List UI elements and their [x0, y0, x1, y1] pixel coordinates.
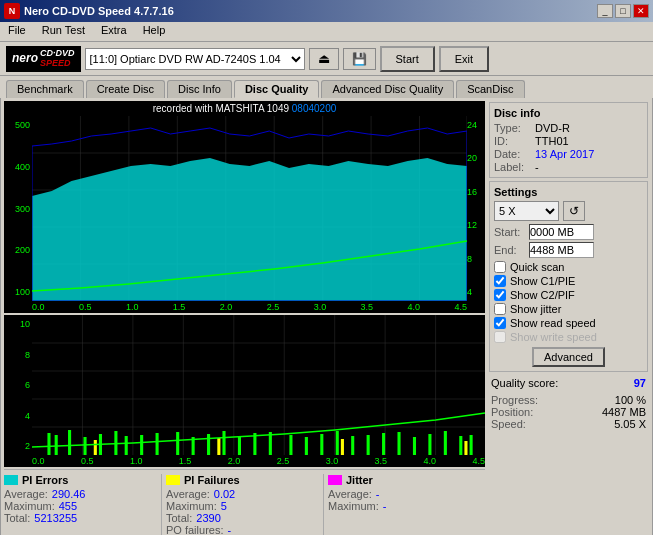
svg-rect-45 — [320, 434, 323, 455]
pi-errors-color — [4, 475, 18, 485]
maximize-button[interactable]: □ — [615, 4, 631, 18]
lower-left-y-axis: 10 8 6 4 2 — [4, 315, 32, 455]
settings-title: Settings — [494, 186, 643, 198]
jitter-group: Jitter Average: - Maximum: - — [328, 474, 481, 535]
menu-bar: File Run Test Extra Help — [0, 22, 653, 42]
save-button[interactable]: 💾 — [343, 48, 376, 70]
tab-benchmark[interactable]: Benchmark — [6, 80, 84, 98]
svg-rect-58 — [341, 439, 344, 455]
svg-rect-44 — [305, 437, 308, 455]
svg-rect-49 — [382, 433, 385, 455]
quick-scan-checkbox[interactable] — [494, 261, 506, 273]
speed-select[interactable]: 5 X Max 1 X 2 X 4 X 8 X — [494, 201, 559, 221]
upper-chart: 500 400 300 200 100 24 20 16 12 8 4 — [4, 116, 485, 301]
pi-failures-title: PI Failures — [184, 474, 240, 486]
upper-left-y-axis: 500 400 300 200 100 — [4, 116, 32, 301]
toolbar: nero CD·DVDSPEED [11:0] Optiarc DVD RW A… — [0, 42, 653, 76]
svg-rect-36 — [176, 432, 179, 455]
svg-rect-57 — [217, 438, 220, 455]
svg-rect-38 — [207, 434, 210, 455]
svg-rect-50 — [397, 432, 400, 455]
close-button[interactable]: ✕ — [633, 4, 649, 18]
chart-container: recorded with MATSHITA 1049 08040200 500… — [1, 98, 487, 535]
refresh-button[interactable]: ↺ — [563, 201, 585, 221]
svg-rect-55 — [470, 435, 473, 455]
svg-rect-27 — [47, 433, 50, 455]
title-bar-left: N Nero CD-DVD Speed 4.7.7.16 — [4, 3, 174, 19]
menu-help[interactable]: Help — [139, 24, 170, 39]
chart-title: recorded with MATSHITA 1049 08040200 — [4, 101, 485, 116]
svg-rect-52 — [428, 434, 431, 455]
svg-rect-35 — [156, 433, 159, 455]
svg-rect-46 — [336, 431, 339, 455]
main-area: recorded with MATSHITA 1049 08040200 500… — [0, 98, 653, 535]
pi-errors-title: PI Errors — [22, 474, 68, 486]
eject-button[interactable]: ⏏ — [309, 48, 339, 70]
menu-file[interactable]: File — [4, 24, 30, 39]
svg-rect-40 — [238, 436, 241, 455]
settings-section: Settings 5 X Max 1 X 2 X 4 X 8 X ↺ Start… — [489, 181, 648, 372]
stats-bar: PI Errors Average: 290.46 Maximum: 455 T… — [4, 469, 485, 535]
tab-disc-quality[interactable]: Disc Quality — [234, 80, 320, 98]
svg-rect-28 — [55, 435, 58, 455]
svg-rect-47 — [351, 436, 354, 455]
svg-rect-51 — [413, 437, 416, 455]
start-mb-input[interactable] — [529, 224, 594, 240]
exit-button[interactable]: Exit — [439, 46, 489, 72]
upper-chart-svg — [32, 116, 467, 301]
pi-failures-group: PI Failures Average: 0.02 Maximum: 5 Tot… — [166, 474, 319, 535]
lower-x-axis: 0.0 0.5 1.0 1.5 2.0 2.5 3.0 3.5 4.0 4.5 — [4, 455, 485, 467]
window-title: Nero CD-DVD Speed 4.7.7.16 — [24, 5, 174, 17]
nero-logo: nero CD·DVDSPEED — [6, 46, 81, 72]
lower-chart-svg — [32, 315, 485, 455]
minimize-button[interactable]: _ — [597, 4, 613, 18]
right-panel: Disc info Type: DVD-R ID: TTH01 Date: 13… — [487, 98, 652, 535]
lower-chart: 10 8 6 4 2 — [4, 315, 485, 455]
advanced-button[interactable]: Advanced — [532, 347, 605, 367]
tab-scan-disc[interactable]: ScanDisc — [456, 80, 524, 98]
svg-rect-43 — [289, 435, 292, 455]
svg-rect-56 — [94, 440, 97, 455]
tab-advanced-disc-quality[interactable]: Advanced Disc Quality — [321, 80, 454, 98]
title-bar-buttons: _ □ ✕ — [597, 4, 649, 18]
show-write-speed-checkbox[interactable] — [494, 331, 506, 343]
show-c1pie-checkbox[interactable] — [494, 275, 506, 287]
upper-x-axis: 0.0 0.5 1.0 1.5 2.0 2.5 3.0 3.5 4.0 4.5 — [4, 301, 485, 313]
progress-section: Progress: 100 % Position: 4487 MB Speed:… — [489, 394, 648, 430]
quality-value: 97 — [634, 377, 646, 389]
pi-failures-color — [166, 475, 180, 485]
show-c2pif-checkbox[interactable] — [494, 289, 506, 301]
pi-errors-group: PI Errors Average: 290.46 Maximum: 455 T… — [4, 474, 157, 535]
tab-disc-info[interactable]: Disc Info — [167, 80, 232, 98]
svg-marker-13 — [32, 158, 467, 301]
quality-label: Quality score: — [491, 377, 558, 389]
title-bar: N Nero CD-DVD Speed 4.7.7.16 _ □ ✕ — [0, 0, 653, 22]
svg-rect-53 — [444, 431, 447, 455]
menu-run-test[interactable]: Run Test — [38, 24, 89, 39]
svg-rect-39 — [222, 431, 225, 455]
svg-rect-34 — [140, 435, 143, 455]
jitter-title: Jitter — [346, 474, 373, 486]
app-icon: N — [4, 3, 20, 19]
show-jitter-checkbox[interactable] — [494, 303, 506, 315]
upper-right-y-axis: 24 20 16 12 8 4 — [467, 116, 485, 301]
start-button[interactable]: Start — [380, 46, 435, 72]
quality-section: Quality score: 97 — [489, 375, 648, 391]
disc-info-section: Disc info Type: DVD-R ID: TTH01 Date: 13… — [489, 102, 648, 178]
tab-bar: Benchmark Create Disc Disc Info Disc Qua… — [0, 76, 653, 98]
drive-select[interactable]: [11:0] Optiarc DVD RW AD-7240S 1.04 — [85, 48, 305, 70]
jitter-color — [328, 475, 342, 485]
menu-extra[interactable]: Extra — [97, 24, 131, 39]
show-read-speed-checkbox[interactable] — [494, 317, 506, 329]
svg-rect-33 — [125, 436, 128, 455]
svg-rect-59 — [464, 441, 467, 455]
svg-rect-48 — [367, 435, 370, 455]
svg-rect-29 — [68, 430, 71, 455]
end-mb-input[interactable] — [529, 242, 594, 258]
tab-create-disc[interactable]: Create Disc — [86, 80, 165, 98]
svg-rect-30 — [83, 437, 86, 455]
disc-info-title: Disc info — [494, 107, 643, 119]
svg-rect-54 — [459, 436, 462, 455]
